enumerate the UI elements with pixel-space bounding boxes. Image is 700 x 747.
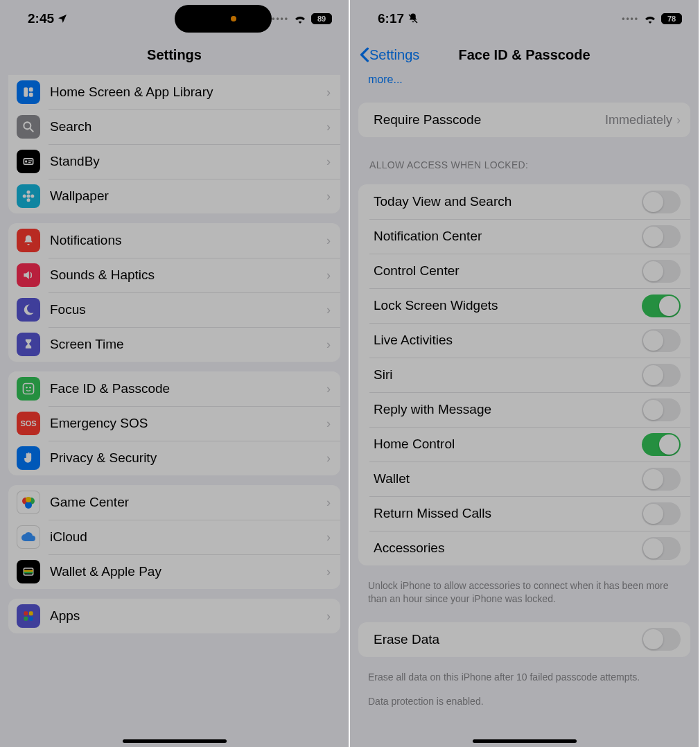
erase-data-toggle[interactable] (642, 628, 681, 651)
wallet-icon (17, 560, 40, 583)
row-label: Today View and Search (374, 194, 642, 209)
toggle-row-return-calls: Return Missed Calls (358, 496, 690, 531)
home-control-toggle[interactable] (642, 433, 681, 456)
page-title: Face ID & Passcode (458, 47, 590, 63)
require-passcode-row[interactable]: Require Passcode Immediately › (358, 103, 690, 137)
settings-row-screen-time[interactable]: Screen Time› (8, 327, 340, 362)
speaker-icon (17, 263, 40, 287)
sos-icon: SOS (17, 412, 40, 435)
hand-icon (17, 446, 40, 470)
settings-row-game-center[interactable]: Game Center› (8, 485, 340, 520)
flower-icon (17, 184, 40, 208)
toggle-row-wallet: Wallet (358, 462, 690, 496)
svg-rect-7 (28, 160, 32, 161)
settings-row-icloud[interactable]: iCloud› (8, 520, 340, 554)
lock-widgets-toggle[interactable] (642, 295, 681, 317)
bubbles-icon (17, 491, 40, 514)
wifi-icon (643, 14, 657, 24)
back-label: Settings (369, 47, 419, 63)
settings-group-1: Home Screen & App Library›Search›StandBy… (8, 75, 340, 213)
svg-rect-27 (29, 617, 33, 621)
svg-point-9 (27, 195, 30, 198)
status-time: 6:17 (378, 11, 404, 26)
settings-row-privacy[interactable]: Privacy & Security› (8, 441, 340, 475)
svg-point-15 (26, 387, 28, 389)
location-icon (57, 13, 68, 24)
cellular-icon: •••• (272, 14, 289, 24)
toggle-row-siri: Siri (358, 358, 690, 392)
toggle-row-reply-message: Reply with Message (358, 392, 690, 427)
settings-row-notifications[interactable]: Notifications› (8, 223, 340, 258)
siri-toggle[interactable] (642, 364, 681, 387)
cellular-icon: •••• (622, 14, 639, 24)
today-view-toggle[interactable] (642, 191, 681, 213)
data-protection-footer: Data protection is enabled. (350, 691, 699, 715)
recording-dot-icon (231, 16, 236, 21)
erase-footer: Erase all data on this iPhone after 10 f… (350, 667, 699, 691)
control-center-toggle[interactable] (642, 260, 681, 283)
settings-row-apps[interactable]: Apps› (8, 599, 340, 633)
row-label: Reply with Message (374, 402, 642, 417)
right-screenshot: 6:17 •••• 78 Settings Face ID & Passcode… (350, 0, 700, 747)
chevron-right-icon: › (326, 609, 331, 624)
chevron-right-icon: › (326, 337, 331, 352)
chevron-right-icon: › (326, 416, 331, 431)
back-button[interactable]: Settings (360, 47, 419, 63)
settings-row-sounds[interactable]: Sounds & Haptics› (8, 258, 340, 292)
row-label: Control Center (374, 263, 642, 279)
svg-point-11 (27, 198, 30, 202)
svg-rect-25 (29, 611, 33, 615)
svg-rect-8 (28, 162, 30, 163)
svg-rect-0 (24, 87, 28, 96)
search-icon (17, 115, 40, 139)
settings-row-home-screen[interactable]: Home Screen & App Library› (8, 75, 340, 109)
settings-row-search[interactable]: Search› (8, 109, 340, 144)
row-label: Game Center (50, 495, 326, 510)
row-label: Focus (50, 302, 326, 317)
row-label: Lock Screen Widgets (374, 298, 642, 313)
svg-rect-14 (24, 384, 34, 394)
toggle-row-today-view: Today View and Search (358, 184, 690, 219)
row-label: Live Activities (374, 333, 642, 348)
svg-rect-22 (24, 570, 33, 572)
settings-group-3: Face ID & Passcode›SOSEmergency SOS›Priv… (8, 371, 340, 475)
settings-row-wallet-pay[interactable]: Wallet & Apple Pay› (8, 554, 340, 589)
settings-row-wallpaper[interactable]: Wallpaper› (8, 179, 340, 213)
live-activities-toggle[interactable] (642, 329, 681, 352)
chevron-right-icon: › (676, 113, 681, 128)
svg-rect-1 (29, 87, 33, 91)
row-label: Emergency SOS (50, 416, 326, 431)
status-time: 2:45 (28, 11, 54, 26)
svg-rect-23 (24, 572, 33, 574)
more-link[interactable]: more... (350, 72, 699, 93)
reply-message-toggle[interactable] (642, 398, 681, 421)
chevron-right-icon: › (326, 120, 331, 134)
battery-icon: 78 (661, 13, 682, 24)
return-calls-toggle[interactable] (642, 502, 681, 525)
dynamic-island (175, 5, 272, 33)
lock-access-group: Today View and SearchNotification Center… (358, 184, 690, 565)
row-label: Sounds & Haptics (50, 267, 326, 283)
left-screenshot: 2:45 •••• 89 Settings Home Screen & App … (0, 0, 350, 747)
settings-row-standby[interactable]: StandBy› (8, 144, 340, 179)
row-label: Wallpaper (50, 188, 326, 204)
settings-row-focus[interactable]: Focus› (8, 292, 340, 327)
settings-row-emergency[interactable]: SOSEmergency SOS› (8, 406, 340, 441)
toggle-row-notification-center: Notification Center (358, 219, 690, 254)
row-label: Require Passcode (374, 112, 605, 128)
wallet-toggle[interactable] (642, 468, 681, 491)
row-label: Apps (50, 608, 326, 624)
settings-row-face-id[interactable]: Face ID & Passcode› (8, 371, 340, 406)
row-label: iCloud (50, 529, 326, 545)
face-icon (17, 377, 40, 401)
notification-center-toggle[interactable] (642, 225, 681, 248)
row-label: Return Missed Calls (374, 506, 642, 521)
accessories-toggle[interactable] (642, 537, 681, 560)
svg-point-6 (25, 160, 27, 162)
toggle-row-control-center: Control Center (358, 254, 690, 288)
row-label: Siri (374, 367, 642, 383)
status-bar: 6:17 •••• 78 (350, 0, 699, 37)
svg-point-19 (25, 502, 32, 509)
row-label: Home Control (374, 437, 642, 452)
row-label: Screen Time (50, 337, 326, 352)
